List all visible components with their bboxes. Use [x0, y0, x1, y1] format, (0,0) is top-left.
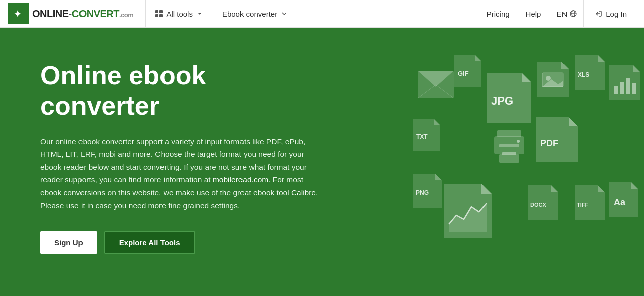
- svg-rect-2: [155, 10, 158, 13]
- txt-file-icon: TXT: [413, 119, 440, 153]
- logo[interactable]: ✦ ONLINE-CONVERT.com: [8, 3, 133, 24]
- language-selector[interactable]: EN: [550, 0, 584, 28]
- chart-file-icon: [609, 65, 640, 102]
- svg-text:TIFF: TIFF: [577, 202, 588, 208]
- svg-rect-27: [499, 154, 519, 163]
- gif-file-icon: GIF: [454, 55, 481, 89]
- chevron-down-icon-2: [280, 10, 288, 18]
- svg-text:GIF: GIF: [458, 70, 469, 77]
- logo-icon: ✦: [8, 3, 29, 24]
- svg-text:XLS: XLS: [578, 71, 589, 78]
- svg-point-16: [546, 76, 551, 81]
- svg-text:TXT: TXT: [416, 133, 428, 140]
- navbar: ✦ ONLINE-CONVERT.com All tools Ebook con…: [0, 0, 644, 28]
- svg-text:PDF: PDF: [540, 138, 558, 148]
- docx-file-icon: DOCX: [528, 185, 558, 222]
- calibre-link[interactable]: Calibre: [291, 188, 316, 197]
- hero-description: Our online ebook converter support a var…: [40, 135, 322, 212]
- pricing-link[interactable]: Pricing: [479, 6, 517, 22]
- svg-rect-3: [159, 10, 163, 13]
- font-file-icon: Aa: [609, 182, 638, 219]
- chevron-down-icon: [196, 10, 204, 18]
- tiff-file-icon: TIFF: [575, 185, 605, 222]
- hero-section: Online ebookconverter Our online ebook c…: [0, 31, 644, 296]
- explore-button[interactable]: Explore All Tools: [104, 231, 195, 254]
- globe-icon: [569, 10, 577, 18]
- signup-button[interactable]: Sign Up: [40, 231, 97, 254]
- hero-illustration: GIF JPG XLS: [413, 46, 614, 287]
- svg-rect-24: [497, 130, 521, 137]
- logo-text: ONLINE-CONVERT.com: [32, 8, 133, 20]
- svg-rect-22: [632, 83, 636, 94]
- pdf-file-icon: PDF: [536, 117, 578, 164]
- mobileread-link[interactable]: mobileread.com: [213, 175, 268, 184]
- hero-content: Online ebookconverter Our online ebook c…: [40, 61, 322, 254]
- login-button[interactable]: Log In: [586, 6, 636, 22]
- svg-rect-28: [502, 152, 516, 155]
- svg-rect-26: [499, 144, 519, 147]
- printer-icon: [492, 130, 526, 165]
- nav-divider-2: [213, 0, 213, 28]
- svg-text:PNG: PNG: [416, 189, 429, 196]
- nav-divider-1: [145, 0, 146, 28]
- png-file-icon: PNG: [413, 174, 442, 210]
- svg-rect-5: [159, 14, 163, 17]
- hero-buttons: Sign Up Explore All Tools: [40, 231, 322, 254]
- svg-text:Aa: Aa: [614, 197, 626, 207]
- svg-text:DOCX: DOCX: [530, 202, 546, 208]
- ebook-converter-button[interactable]: Ebook converter: [215, 0, 295, 28]
- hero-title: Online ebookconverter: [40, 61, 322, 121]
- login-label: Log In: [606, 10, 627, 18]
- svg-text:✦: ✦: [14, 9, 21, 19]
- svg-rect-19: [614, 86, 618, 94]
- help-link[interactable]: Help: [519, 6, 548, 22]
- xls-file-icon: XLS: [575, 55, 605, 92]
- ebook-converter-label: Ebook converter: [222, 10, 277, 18]
- all-tools-label: All tools: [166, 10, 193, 18]
- svg-point-29: [517, 140, 520, 143]
- svg-rect-4: [155, 14, 158, 17]
- svg-text:JPG: JPG: [491, 94, 513, 107]
- svg-rect-21: [626, 78, 630, 94]
- svg-rect-20: [620, 82, 624, 94]
- image-file-icon: [537, 62, 569, 99]
- lang-label: EN: [556, 10, 567, 18]
- stats-doc-icon: [444, 184, 492, 240]
- nav-right: Pricing Help EN Log In: [479, 0, 636, 28]
- login-icon: [595, 10, 603, 18]
- all-tools-button[interactable]: All tools: [148, 0, 211, 28]
- envelope-icon: [418, 71, 454, 101]
- grid-icon: [155, 10, 163, 18]
- jpg-file-icon: JPG: [487, 73, 531, 125]
